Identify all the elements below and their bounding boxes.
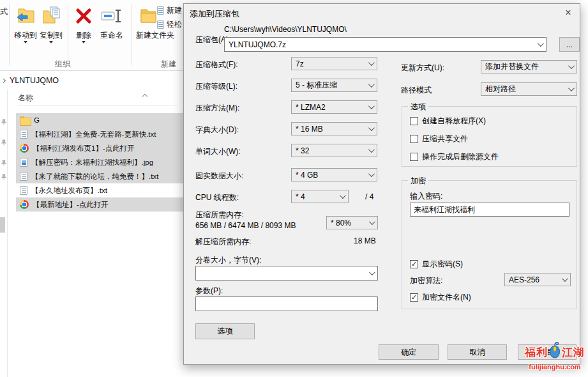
cancel-button[interactable]: 取消 [448,344,507,360]
checkbox-label: 显示密码(S) [422,259,463,270]
encryption-algorithm-value: AES-256 [509,275,539,284]
options-groupbox: 选项 创建自释放程序(X) 压缩共享文件 操作完成后删除源文件 [402,106,577,167]
chevron-down-icon [568,63,575,69]
format-label: 压缩格式(F): [195,59,238,70]
file-row[interactable]: 【解压密码：来福利江湖找福利】.jpg [16,155,183,169]
chevron-down-icon [340,192,346,199]
checkbox-icon [410,135,418,143]
breadcrumb[interactable]: YLNTUJQMO [0,72,183,89]
chevron-down-icon [368,125,375,131]
pin-icon [1,174,7,180]
level-combobox[interactable]: 5 - 标准压缩 [291,79,377,92]
options-group-title: 选项 [408,102,428,112]
method-combobox[interactable]: * LZMA2 [291,100,377,114]
options-button[interactable]: 选项 [195,323,255,339]
password-input[interactable] [410,203,569,217]
file-row[interactable]: 【最新地址】-点此打开 [16,197,183,212]
checkbox-delete-after[interactable]: 操作完成后删除源文件 [410,151,499,162]
rename-label: 重命名 [100,31,123,40]
solid-size-combobox[interactable]: * 4 GB [291,168,377,181]
chevron-down-icon [369,269,375,275]
checkbox-encrypt-filenames[interactable]: ✓ 加密文件名(N) [410,292,471,303]
format-combobox[interactable]: 7z [291,57,377,70]
chevron-down-icon [369,219,375,225]
volume-size-combobox[interactable] [195,266,378,281]
checkbox-checked-icon: ✓ [410,293,418,302]
level-label: 压缩等级(L): [195,81,237,92]
delete-label: 删除 [76,31,91,40]
move-to-folder-icon [15,5,36,29]
chevron-down-icon [562,275,568,282]
file-row[interactable]: 【永久地址发布页】.txt [16,183,183,197]
column-header-label: 名称 [18,93,33,104]
column-header-name[interactable]: 名称 [18,91,177,106]
cpu-threads-label: CPU 线程数: [195,192,239,203]
checkbox-icon [410,117,418,125]
checkbox-checked-icon: ✓ [410,260,418,268]
file-row[interactable]: 【福利江湖】全免费-无套路-更新快.txt [16,127,183,141]
chevron-down-icon [568,85,575,91]
delete-button[interactable]: 删除 [73,5,94,43]
file-name: 【解压密码：来福利江湖找福利】.jpg [31,158,153,167]
clipped-ribbon-label: 式 [0,6,8,17]
new-item-button[interactable]: 新建 [157,5,182,16]
chevron-down-icon [368,171,375,177]
folder-icon [20,116,30,125]
move-to-button[interactable]: 移动到 [14,5,37,43]
help-button[interactable]: 帮助 [518,344,577,360]
update-mode-combobox[interactable]: 添加并替换文件 [481,60,577,73]
browse-button[interactable]: ... [559,37,580,52]
dictionary-combobox[interactable]: * 16 MB [291,122,377,135]
easy-access-button[interactable]: 轻松 [157,19,182,30]
memory-percent-combobox[interactable]: * 80% [326,216,378,229]
pin-icon [1,119,7,125]
chevron-down-icon [368,81,375,88]
chevron-down-icon [49,41,53,43]
archive-dir-path: C:\Users\wyh\Videos\YLNTUJQMO\ [224,25,347,34]
ribbon-divider [132,4,132,65]
decompress-memory-value: 18 MB [354,236,376,245]
file-row[interactable]: G [16,113,183,127]
dictionary-label: 字典大小(D): [195,125,239,135]
solid-size-label: 固实数据大小: [195,171,243,181]
file-row[interactable]: 【福利江湖发布页1】-点此打开 [16,141,183,155]
sort-ascending-icon [142,94,147,99]
chevron-down-icon [368,59,375,66]
checkbox-create-sfx[interactable]: 创建自释放程序(X) [410,116,486,127]
close-icon[interactable]: × [561,6,576,20]
copy-to-button[interactable]: 复制到 [40,5,63,43]
encryption-algorithm-label: 加密算法: [410,275,442,286]
file-row[interactable]: 【来了就能下载的论坛，纯免费！】.txt [16,169,183,183]
pin-icon [1,139,7,146]
word-size-label: 单词大小(W): [195,146,241,157]
update-mode-value: 添加并替换文件 [485,61,539,72]
encryption-groupbox: 加密 输入密码: ✓ 显示密码(S) 加密算法: AES-256 ✓ 加密文件名… [402,180,577,309]
chevron-down-icon [368,103,375,109]
ribbon-group-new: 新建 [161,59,176,70]
checkbox-compress-shared[interactable]: 压缩共享文件 [410,134,468,144]
word-size-combobox[interactable]: * 32 [291,144,377,157]
word-size-value: * 32 [296,146,309,155]
breadcrumb-folder[interactable]: YLNTUJQMO [10,76,59,85]
chrome-shortcut-icon [20,200,29,209]
parameters-label: 参数(P): [195,286,223,296]
path-mode-combobox[interactable]: 相对路径 [481,82,577,96]
file-name: 【最新地址】-点此打开 [33,200,109,210]
new-folder-icon [137,5,159,29]
parameters-input[interactable] [195,296,378,311]
checkbox-label: 压缩共享文件 [422,134,468,144]
encryption-algorithm-combobox[interactable]: AES-256 [504,273,571,286]
method-value: * LZMA2 [296,103,326,112]
memory-percent-value: * 80% [331,219,351,227]
ok-button[interactable]: 确定 [379,344,439,360]
rename-icon [99,5,124,29]
rename-button[interactable]: 重命名 [99,5,124,40]
cpu-threads-combobox[interactable]: * 4 [291,190,349,203]
file-name: 【永久地址发布页】.txt [31,186,107,196]
checkbox-show-password[interactable]: ✓ 显示密码(S) [410,259,463,270]
cpu-threads-value: * 4 [296,192,305,201]
checkbox-label: 创建自释放程序(X) [422,116,486,127]
chrome-shortcut-icon [20,144,29,153]
archive-name-combobox[interactable]: YLNTUJQMO.7z [224,37,547,52]
nav-scrollbar-thumb[interactable] [0,217,5,233]
